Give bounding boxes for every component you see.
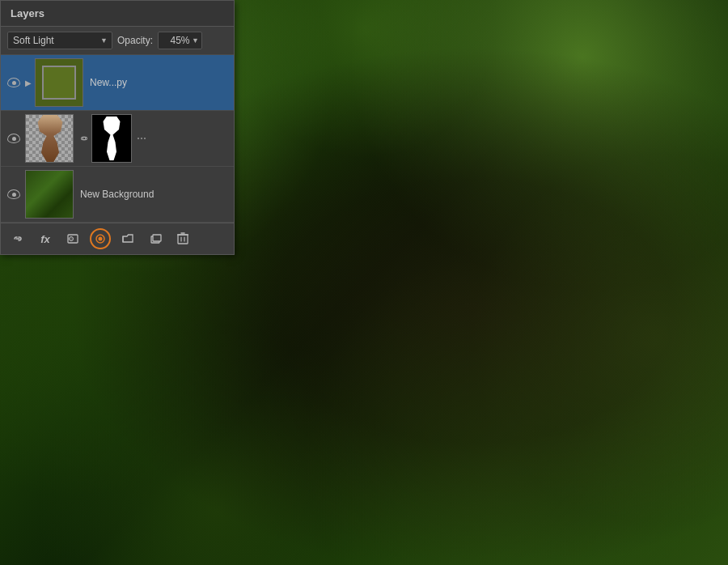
layers-panel: Layers Soft Light Normal Multiply Screen… <box>0 0 235 255</box>
blend-bar: Soft Light Normal Multiply Screen Overla… <box>1 27 234 55</box>
layer-visibility-3[interactable] <box>6 189 22 199</box>
link-svg <box>78 132 90 145</box>
panel-title: Layers <box>11 7 44 19</box>
new-adjustment-button[interactable] <box>90 228 111 249</box>
layer-visibility-2[interactable] <box>6 134 22 143</box>
layer-visibility-1[interactable] <box>6 78 22 87</box>
thumb-green-bg <box>36 59 83 106</box>
new-group-button[interactable] <box>117 228 138 249</box>
fx-label: fx <box>40 233 50 245</box>
layer-expand-icon: ▶ <box>25 79 32 87</box>
opacity-label: Opacity: <box>117 35 153 46</box>
folder-icon <box>121 232 134 245</box>
blend-mode-select[interactable]: Soft Light Normal Multiply Screen Overla… <box>7 32 112 49</box>
layer-row[interactable]: ▶ New...py <box>1 55 234 111</box>
layer-name-1: New...py <box>87 77 229 88</box>
layer-thumb-1 <box>35 58 83 107</box>
thumb-green-inner <box>42 66 76 100</box>
panel-header: Layers <box>1 1 234 27</box>
foliage-thumb <box>26 171 73 218</box>
blend-mode-wrapper: Soft Light Normal Multiply Screen Overla… <box>7 32 112 49</box>
person-silhouette-thumb <box>32 115 68 162</box>
opacity-input[interactable] <box>158 32 202 49</box>
eye-icon-3 <box>7 189 20 199</box>
layer-name-3: New Background <box>77 189 229 200</box>
layers-list: ▶ New...py <box>1 55 234 223</box>
link-layers-button[interactable] <box>7 228 28 249</box>
delete-layer-button[interactable] <box>172 228 193 249</box>
svg-rect-7 <box>153 235 161 241</box>
new-layer-button[interactable] <box>145 228 166 249</box>
mask-icon <box>66 232 79 245</box>
link-icon <box>11 232 24 245</box>
layer-toolbar: fx <box>1 223 234 254</box>
layer-link-icon <box>78 132 90 145</box>
fx-button[interactable]: fx <box>35 228 56 249</box>
eye-icon-1 <box>7 78 20 87</box>
adjustment-icon <box>95 233 106 244</box>
trash-icon <box>177 232 188 245</box>
svg-point-5 <box>99 237 103 241</box>
thumb-black <box>92 115 131 162</box>
layer-row[interactable]: ⋯ <box>1 111 234 167</box>
layer-thumb-2 <box>25 114 74 163</box>
svg-rect-8 <box>178 235 188 244</box>
svg-point-3 <box>70 237 74 241</box>
white-silhouette <box>99 117 124 161</box>
layer-thumb-3 <box>25 170 74 219</box>
opacity-wrapper: ▼ <box>158 32 202 49</box>
layer-row[interactable]: New Background <box>1 167 234 223</box>
eye-icon-2 <box>7 134 20 143</box>
layer-more-icon: ⋯ <box>137 133 146 144</box>
layer-mask-2 <box>91 114 132 163</box>
add-mask-button[interactable] <box>62 228 83 249</box>
new-layer-icon <box>149 232 162 245</box>
